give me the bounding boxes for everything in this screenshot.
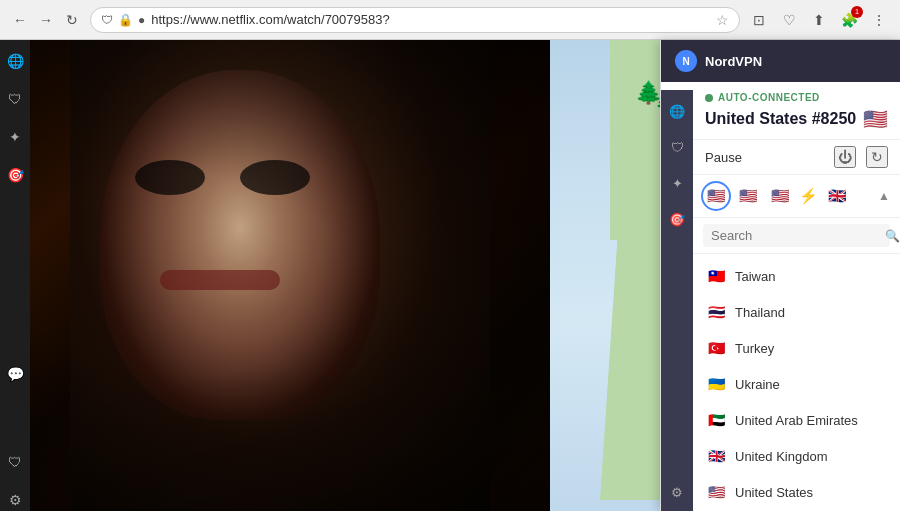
country-name-uae: United Arab Emirates bbox=[735, 413, 858, 428]
shield-icon: 🛡 bbox=[101, 13, 113, 27]
country-item-uae[interactable]: 🇦🇪 United Arab Emirates bbox=[693, 402, 900, 438]
pause-button[interactable]: Pause bbox=[705, 150, 742, 165]
country-item-thailand[interactable]: 🇹🇭 Thailand bbox=[693, 294, 900, 330]
connected-section: AUTO-CONNECTED United States #8250 🇺🇸 bbox=[693, 82, 900, 140]
chevron-up-icon[interactable]: ▲ bbox=[878, 189, 890, 203]
panel-nav-globe[interactable]: 🌐 bbox=[666, 100, 688, 122]
panel-nav-settings[interactable]: ⚙ bbox=[666, 481, 688, 503]
server-name: United States #8250 bbox=[705, 110, 856, 128]
screenshot-button[interactable]: ⊡ bbox=[748, 9, 770, 31]
sidebar-icon-2[interactable]: ✦ bbox=[4, 126, 26, 148]
country-name-us: United States bbox=[735, 485, 813, 500]
search-wrap: 🔍 bbox=[703, 224, 890, 247]
country-name-thailand: Thailand bbox=[735, 305, 785, 320]
country-item-us[interactable]: 🇺🇸 United States bbox=[693, 474, 900, 510]
forward-button[interactable]: → bbox=[36, 10, 56, 30]
cert-icon: ● bbox=[138, 13, 145, 27]
green-dot bbox=[705, 94, 713, 102]
flag-ukraine: 🇺🇦 bbox=[705, 373, 727, 395]
sidebar-icon-6[interactable]: ⚙ bbox=[4, 489, 26, 511]
extension-badge: 1 bbox=[851, 6, 863, 18]
flag-uae: 🇦🇪 bbox=[705, 409, 727, 431]
quick-flag-us-3[interactable]: 🇺🇸 bbox=[767, 183, 793, 209]
sidebar-icon-3[interactable]: 🎯 bbox=[4, 164, 26, 186]
search-icon: 🔍 bbox=[885, 229, 900, 243]
back-button[interactable]: ← bbox=[10, 10, 30, 30]
address-bar-icons: 🛡 🔒 ● bbox=[101, 13, 145, 27]
quick-flag-gb[interactable]: 🇬🇧 bbox=[824, 183, 850, 209]
browser-chrome: ← → ↻ 🛡 🔒 ● https://www.netflix.com/watc… bbox=[0, 0, 900, 40]
panel-sidebar-nav: 🌐 🛡 ✦ 🎯 ⚙ bbox=[661, 90, 693, 511]
sidebar-icon-0[interactable]: 🌐 bbox=[4, 50, 26, 72]
search-input[interactable] bbox=[711, 228, 879, 243]
menu-button[interactable]: ⋮ bbox=[868, 9, 890, 31]
share-button[interactable]: ⬆ bbox=[808, 9, 830, 31]
browser-controls: ← → ↻ bbox=[10, 10, 82, 30]
panel-nav-shield[interactable]: 🛡 bbox=[666, 136, 688, 158]
browser-actions: ⊡ ♡ ⬆ 🧩 1 ⋮ bbox=[748, 9, 890, 31]
extensions-button[interactable]: 🧩 1 bbox=[838, 9, 860, 31]
country-name-turkey: Turkey bbox=[735, 341, 774, 356]
star-icon[interactable]: ☆ bbox=[716, 12, 729, 28]
url-text: https://www.netflix.com/watch/70079583? bbox=[151, 12, 710, 27]
sidebar-icon-4[interactable]: 💬 bbox=[4, 363, 26, 385]
country-item-uk[interactable]: 🇬🇧 United Kingdom bbox=[693, 438, 900, 474]
nordvpn-panel: N NordVPN 🌐 🛡 ✦ 🎯 ⚙ AUTO-CONNECTED Unite… bbox=[660, 40, 900, 511]
panel-title: NordVPN bbox=[705, 54, 762, 69]
panel-main: AUTO-CONNECTED United States #8250 🇺🇸 Pa… bbox=[693, 82, 900, 511]
quick-servers-row: 🇺🇸 🇺🇸 🇺🇸 ⚡ 🇬🇧 ▲ bbox=[693, 175, 900, 218]
lock-icon: 🔒 bbox=[118, 13, 133, 27]
controls-row: Pause ⏻ ↻ bbox=[693, 140, 900, 175]
server-flag: 🇺🇸 bbox=[863, 107, 888, 131]
sidebar-icon-1[interactable]: 🛡 bbox=[4, 88, 26, 110]
address-bar[interactable]: 🛡 🔒 ● https://www.netflix.com/watch/7007… bbox=[90, 7, 740, 33]
refresh-button[interactable]: ↻ bbox=[866, 146, 888, 168]
browser-sidebar: 🌐 🛡 ✦ 🎯 💬 🛡 ⚙ bbox=[0, 40, 30, 511]
lightning-icon[interactable]: ⚡ bbox=[799, 187, 818, 205]
flag-thailand: 🇹🇭 bbox=[705, 301, 727, 323]
flag-us: 🇺🇸 bbox=[705, 481, 727, 503]
country-name-uk: United Kingdom bbox=[735, 449, 828, 464]
auto-connected-badge: AUTO-CONNECTED bbox=[705, 92, 888, 103]
flag-turkey: 🇹🇷 bbox=[705, 337, 727, 359]
country-list[interactable]: 🇹🇼 Taiwan 🇹🇭 Thailand 🇹🇷 Turkey 🇺🇦 Ukrai… bbox=[693, 254, 900, 511]
flag-uk: 🇬🇧 bbox=[705, 445, 727, 467]
country-item-ukraine[interactable]: 🇺🇦 Ukraine bbox=[693, 366, 900, 402]
country-item-taiwan[interactable]: 🇹🇼 Taiwan bbox=[693, 258, 900, 294]
sidebar-icon-5[interactable]: 🛡 bbox=[4, 451, 26, 473]
country-name-ukraine: Ukraine bbox=[735, 377, 780, 392]
power-button[interactable]: ⏻ bbox=[834, 146, 856, 168]
flag-taiwan: 🇹🇼 bbox=[705, 265, 727, 287]
country-name-taiwan: Taiwan bbox=[735, 269, 775, 284]
connected-server: United States #8250 🇺🇸 bbox=[705, 107, 888, 131]
control-icons: ⏻ ↻ bbox=[834, 146, 888, 168]
video-player bbox=[30, 40, 550, 511]
video-frame bbox=[30, 40, 550, 511]
main-content: 🌐 🛡 ✦ 🎯 💬 🛡 ⚙ 🌲 🌲 bbox=[0, 40, 900, 511]
bookmark-button[interactable]: ♡ bbox=[778, 9, 800, 31]
panel-nav-target[interactable]: 🎯 bbox=[666, 208, 688, 230]
panel-nav-star[interactable]: ✦ bbox=[666, 172, 688, 194]
panel-header: N NordVPN bbox=[661, 40, 900, 82]
quick-flag-us-2[interactable]: 🇺🇸 bbox=[735, 183, 761, 209]
nordvpn-logo: N bbox=[675, 50, 697, 72]
country-item-turkey[interactable]: 🇹🇷 Turkey bbox=[693, 330, 900, 366]
quick-flag-us-1[interactable]: 🇺🇸 bbox=[703, 183, 729, 209]
search-row: 🔍 bbox=[693, 218, 900, 254]
reload-button[interactable]: ↻ bbox=[62, 10, 82, 30]
